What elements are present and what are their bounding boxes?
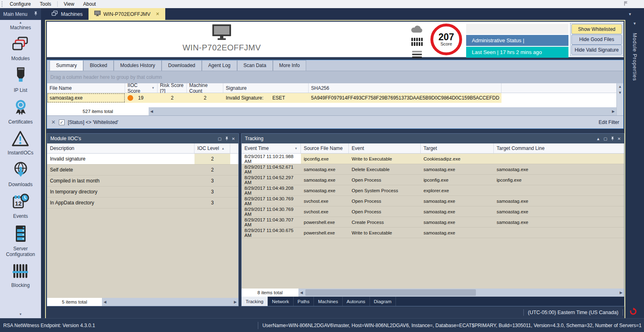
modules-grid-header: File Name IIOC Score▼ Risk Score [?] Mac… — [47, 83, 616, 93]
pin-icon[interactable] — [611, 137, 614, 141]
maximize-icon[interactable]: ▢ — [218, 137, 221, 141]
column-header-target[interactable]: Target — [421, 143, 494, 153]
timezone-label[interactable]: (UTC-05:00) Eastern Time (US Canada) — [528, 310, 618, 315]
tracking-row[interactable]: 8/29/2017 11:04:52.671 AM samoastag.exe … — [242, 164, 624, 175]
module-properties-tab[interactable]: Module Properties — [631, 31, 639, 82]
ioc-row[interactable]: In AppData directory 3 — [47, 197, 238, 208]
module-tab[interactable]: Modules History — [114, 60, 162, 71]
column-header-event-time[interactable]: Event Time▼ — [242, 143, 301, 153]
refresh-icon[interactable] — [629, 308, 637, 317]
sidebar-item-server-configuration[interactable]: Server Configuration — [0, 225, 41, 257]
column-header-iioc-score[interactable]: IIOC Score▼ — [125, 83, 158, 93]
sidebar-scroll-up-icon[interactable]: ▲ — [19, 21, 22, 25]
sidebar-item-ip-list[interactable]: IP List — [13, 67, 29, 93]
hscroll-left-icon[interactable]: ◀ — [149, 107, 155, 115]
sidebar-item-events[interactable]: 12 Events — [12, 193, 30, 219]
main-menu-header[interactable]: Main Menu — [0, 8, 41, 20]
column-header-event[interactable]: Event — [349, 143, 421, 153]
sidebar-scroll-down-icon[interactable]: ▼ — [19, 312, 22, 317]
modules-vscrollbar[interactable]: ▲ ▼ — [616, 83, 623, 115]
ioc-hscrollbar[interactable] — [108, 298, 232, 306]
module-tab[interactable]: Summary — [50, 60, 83, 71]
hscroll-right-icon[interactable]: ▶ — [232, 298, 238, 306]
tab-machines[interactable]: Machines — [46, 8, 89, 20]
sidebar-item-certificates[interactable]: Certificates — [8, 99, 32, 125]
sidebar-item-modules[interactable]: Modules — [11, 36, 30, 61]
show-whitelisted-button[interactable]: Show Whitelisted — [571, 24, 622, 34]
menu-tools[interactable]: Tools — [35, 0, 56, 8]
vscroll-down-icon[interactable]: ▼ — [617, 89, 623, 95]
tracking-hscrollbar[interactable] — [305, 289, 618, 297]
module-row[interactable]: samoastag.exe 19 2 2 Invalid Signature:E… — [47, 93, 616, 103]
administrative-status-bar[interactable]: Administrative Status | — [466, 35, 568, 46]
tracking-row[interactable]: 8/29/2017 11:04:52.297 AM samoastag.exe … — [242, 175, 624, 185]
menu-about[interactable]: About — [79, 0, 100, 8]
column-header-risk-score[interactable]: Risk Score [?] — [158, 83, 187, 93]
filter-buttons-panel: Show Whitelisted Hide Good Files Hide Va… — [570, 23, 623, 56]
hide-valid-signature-button[interactable]: Hide Valid Signature — [571, 45, 622, 55]
tracking-row[interactable]: 8/29/2017 11:04:30.769 AM svchost.exe Op… — [242, 196, 624, 206]
ioc-row[interactable]: Self delete 2 — [47, 165, 238, 176]
tracking-bottom-tab[interactable]: Paths — [294, 297, 314, 306]
module-tab[interactable]: Blocked — [83, 60, 114, 71]
tracking-bottom-tab[interactable]: Autoruns — [343, 297, 370, 306]
menu-view[interactable]: View — [59, 0, 79, 8]
sidebar-item-instantiocs[interactable]: InstantIOCs — [8, 130, 33, 156]
remove-filter-icon[interactable]: ✕ — [51, 119, 56, 125]
sidebar-item-blocking[interactable]: Blocking — [11, 263, 30, 288]
tracking-bottom-tab[interactable]: Diagram — [370, 297, 396, 306]
close-tab-icon[interactable]: ✕ — [156, 11, 160, 17]
dock-caret-icon[interactable]: ▼ — [625, 22, 644, 26]
hscroll-right-icon[interactable]: ▶ — [610, 107, 616, 115]
menubar-grip[interactable] — [2, 1, 4, 7]
edit-filter-link[interactable]: Edit Filter — [599, 119, 619, 125]
vscroll-up-icon[interactable]: ▲ — [617, 83, 623, 89]
ioc-row[interactable]: Compiled in last month 3 — [47, 176, 238, 187]
tracking-row[interactable]: 8/29/2017 11:04:49.208 AM samoastag.exe … — [242, 185, 624, 196]
modules-hscrollbar[interactable] — [155, 107, 610, 115]
module-tab[interactable]: More Info — [273, 60, 307, 71]
sidebar-item-downloads[interactable]: Downloads — [9, 161, 32, 187]
module-iocs-panel: Module IIOC's ▢ ✕ Description IOC Level▲… — [47, 133, 239, 306]
column-header-target-command-line[interactable]: Target Command Line — [494, 143, 624, 153]
tab-win-machine[interactable]: WIN-P702EOFFJMV ✕ — [89, 8, 165, 20]
module-tab[interactable]: Downloaded — [162, 60, 202, 71]
close-icon[interactable]: ✕ — [232, 137, 235, 141]
column-header-description[interactable]: Description — [47, 143, 194, 153]
tracking-row[interactable]: 8/29/2017 11:04:30.707 AM powershell.exe… — [242, 217, 624, 228]
pin-icon[interactable] — [225, 137, 229, 141]
module-tab[interactable]: Agent Log — [202, 60, 237, 71]
tracking-bottom-tab[interactable]: Tracking — [242, 297, 268, 306]
tracking-bottom-tab[interactable]: Machines — [314, 297, 342, 306]
column-header-file-name[interactable]: File Name — [47, 83, 125, 93]
module-tab[interactable]: Scan Data — [237, 60, 273, 71]
collapse-icon[interactable]: ▲ — [596, 137, 600, 141]
column-header-source-file-name[interactable]: Source File Name — [301, 143, 349, 153]
group-by-area[interactable]: Drag a column header here to group by th… — [47, 71, 623, 83]
module-file-name[interactable]: samoastag.exe — [47, 93, 125, 103]
hscroll-left-icon[interactable]: ◀ — [102, 298, 108, 306]
filter-checkbox[interactable]: ✓ — [59, 119, 65, 125]
column-header-ioc-level[interactable]: IOC Level▲ — [194, 143, 230, 153]
tracking-row[interactable]: 8/29/2017 11:04:30.769 AM svchost.exe Op… — [242, 206, 624, 217]
close-icon[interactable]: ✕ — [618, 137, 621, 141]
filter-expression[interactable]: [Status] <> 'Whitelisted' — [68, 119, 119, 125]
app-window: Configure Tools View About Main Menu Mac… — [0, 0, 644, 332]
tracking-bottom-tab[interactable]: Network — [268, 297, 294, 306]
hscroll-thumb[interactable] — [305, 289, 476, 296]
sidebar-item-machines[interactable]: Machines — [10, 25, 31, 30]
column-header-signature[interactable]: Signature — [223, 83, 309, 93]
hscroll-left-icon[interactable]: ◀ — [298, 289, 305, 297]
tab-overflow-icon[interactable]: ▼ — [628, 12, 632, 16]
pin-icon[interactable] — [34, 11, 38, 17]
menu-configure[interactable]: Configure — [5, 0, 35, 8]
hide-good-files-button[interactable]: Hide Good Files — [571, 35, 622, 45]
hscroll-right-icon[interactable]: ▶ — [618, 289, 624, 297]
maximize-icon[interactable]: ▢ — [603, 137, 607, 141]
ioc-row[interactable]: Invalid signature 2 — [47, 154, 238, 165]
ioc-row[interactable]: In temporary directory 3 — [47, 187, 238, 197]
column-header-machine-count[interactable]: Machine Count — [187, 83, 223, 93]
tracking-row[interactable]: 8/29/2017 11:04:30.675 AM powershell.exe… — [242, 228, 624, 238]
tracking-row[interactable]: 8/29/2017 11:10:21.988 AM ipconfig.exe W… — [242, 154, 624, 164]
column-header-sha256[interactable]: SHA256 — [309, 83, 501, 93]
